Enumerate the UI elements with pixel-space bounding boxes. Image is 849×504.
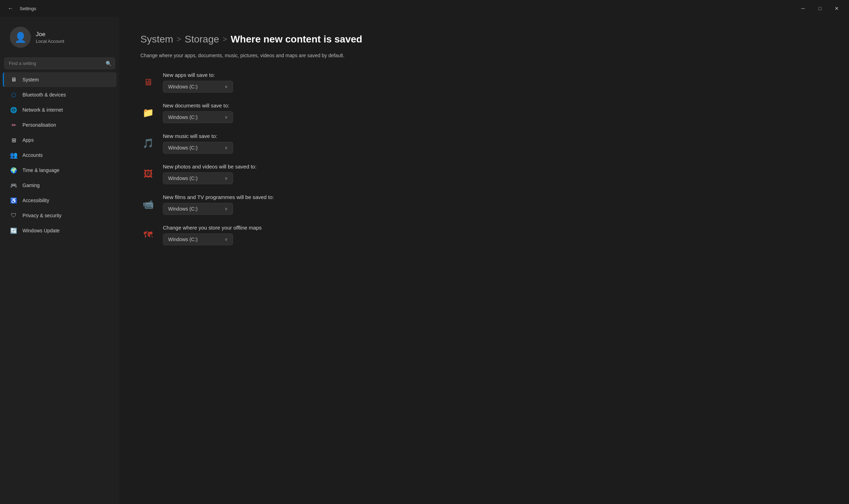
user-name: Joe (36, 31, 64, 38)
save-row-films: 📹 New films and TV programmes will be sa… (140, 194, 428, 215)
apps-row-icon: 🖥 (144, 77, 153, 88)
save-row-apps: 🖥 New apps will save to: Windows (C:) ∨ (140, 72, 428, 93)
maps-drive-value: Windows (C:) (168, 237, 198, 242)
sidebar-nav: 🖥 System ⬡ Bluetooth & devices 🌐 Network… (0, 72, 119, 238)
accessibility-icon: ♿ (10, 197, 18, 204)
music-row-label: New music will save to: (163, 133, 428, 139)
music-row-content: New music will save to: Windows (C:) ∨ (163, 133, 428, 154)
maps-chevron-icon: ∨ (225, 237, 228, 242)
apps-icon: ⊞ (10, 136, 18, 144)
search-input[interactable] (4, 58, 115, 69)
maps-row-label: Change where you store your offline maps (163, 225, 428, 231)
titlebar: ← Settings ─ □ ✕ (0, 0, 849, 17)
music-drive-select[interactable]: Windows (C:) ∨ (163, 142, 233, 154)
close-button[interactable]: ✕ (829, 3, 845, 14)
films-drive-select[interactable]: Windows (C:) ∨ (163, 203, 233, 215)
search-icon: 🔍 (106, 61, 112, 66)
music-row-icon-area: 🎵 (140, 138, 156, 149)
music-drive-value: Windows (C:) (168, 145, 198, 151)
gaming-icon: 🎮 (10, 181, 18, 189)
films-row-icon: 📹 (142, 199, 154, 210)
avatar: 👤 (10, 27, 31, 48)
privacy-icon: 🛡 (10, 212, 18, 219)
photos-drive-value: Windows (C:) (168, 175, 198, 181)
documents-row-label: New documents will save to: (163, 102, 428, 108)
bluetooth-icon: ⬡ (10, 91, 18, 99)
sidebar: 👤 Joe Local Account 🔍 🖥 System ⬡ Bluetoo… (0, 17, 119, 504)
apps-drive-value: Windows (C:) (168, 84, 198, 89)
maximize-button[interactable]: □ (812, 3, 828, 14)
apps-drive-select[interactable]: Windows (C:) ∨ (163, 81, 233, 93)
save-row-documents: 📁 New documents will save to: Windows (C… (140, 102, 428, 123)
sidebar-item-update[interactable]: 🔄 Windows Update (3, 223, 117, 238)
sidebar-label-bluetooth: Bluetooth & devices (22, 92, 66, 98)
sidebar-item-accounts[interactable]: 👥 Accounts (3, 148, 117, 163)
search-box: 🔍 (4, 58, 115, 69)
sidebar-item-system[interactable]: 🖥 System (3, 72, 117, 87)
photos-row-label: New photos and videos will be saved to: (163, 164, 428, 170)
sidebar-item-bluetooth[interactable]: ⬡ Bluetooth & devices (3, 87, 117, 102)
back-button[interactable]: ← (4, 2, 17, 15)
sidebar-item-network[interactable]: 🌐 Network & internet (3, 102, 117, 117)
minimize-button[interactable]: ─ (795, 3, 811, 14)
documents-chevron-icon: ∨ (225, 115, 228, 120)
breadcrumb-system[interactable]: System (140, 34, 173, 45)
save-row-maps: 🗺 Change where you store your offline ma… (140, 225, 428, 245)
sidebar-label-personalisation: Personalisation (22, 122, 56, 128)
sidebar-item-privacy[interactable]: 🛡 Privacy & security (3, 208, 117, 223)
content-section: 🖥 New apps will save to: Windows (C:) ∨ … (140, 72, 428, 245)
breadcrumb: System > Storage > Where new content is … (140, 34, 828, 45)
sidebar-item-time[interactable]: 🌍 Time & language (3, 163, 117, 178)
sidebar-label-update: Windows Update (22, 228, 60, 233)
sidebar-item-accessibility[interactable]: ♿ Accessibility (3, 193, 117, 208)
avatar-icon: 👤 (14, 32, 27, 43)
apps-row-label: New apps will save to: (163, 72, 428, 78)
accounts-icon: 👥 (10, 151, 18, 159)
apps-row-content: New apps will save to: Windows (C:) ∨ (163, 72, 428, 93)
apps-chevron-icon: ∨ (225, 84, 228, 89)
maps-row-icon-area: 🗺 (140, 230, 156, 240)
main-content: System > Storage > Where new content is … (119, 17, 849, 504)
photos-row-icon-area: 🖼 (140, 168, 156, 179)
photos-row-icon: 🖼 (144, 168, 153, 179)
back-icon: ← (8, 5, 13, 12)
sidebar-label-accessibility: Accessibility (22, 198, 49, 203)
photos-chevron-icon: ∨ (225, 176, 228, 181)
sidebar-label-privacy: Privacy & security (22, 213, 61, 218)
apps-row-icon-area: 🖥 (140, 77, 156, 88)
documents-row-icon: 📁 (142, 107, 154, 118)
sidebar-item-personalisation[interactable]: ✏ Personalisation (3, 118, 117, 132)
sidebar-label-system: System (22, 77, 39, 82)
maps-row-icon: 🗺 (144, 230, 153, 240)
time-icon: 🌍 (10, 166, 18, 174)
breadcrumb-sep-1: > (177, 35, 181, 44)
films-chevron-icon: ∨ (225, 206, 228, 211)
system-icon: 🖥 (10, 76, 18, 84)
app-title: Settings (20, 6, 36, 11)
sidebar-label-accounts: Accounts (22, 152, 43, 158)
maps-drive-select[interactable]: Windows (C:) ∨ (163, 233, 233, 245)
documents-row-icon-area: 📁 (140, 107, 156, 118)
window-controls: ─ □ ✕ (795, 3, 845, 14)
page-description: Change where your apps, documents, music… (140, 52, 386, 59)
films-row-label: New films and TV programmes will be save… (163, 194, 428, 200)
user-section[interactable]: 👤 Joe Local Account (3, 21, 117, 55)
photos-drive-select[interactable]: Windows (C:) ∨ (163, 172, 233, 184)
breadcrumb-sep-2: > (223, 35, 227, 44)
user-account-type: Local Account (36, 39, 64, 44)
sidebar-label-gaming: Gaming (22, 183, 40, 188)
maps-row-content: Change where you store your offline maps… (163, 225, 428, 245)
breadcrumb-storage[interactable]: Storage (185, 34, 219, 45)
documents-drive-value: Windows (C:) (168, 114, 198, 120)
music-row-icon: 🎵 (142, 138, 154, 149)
photos-row-content: New photos and videos will be saved to: … (163, 164, 428, 184)
films-drive-value: Windows (C:) (168, 206, 198, 212)
sidebar-item-apps[interactable]: ⊞ Apps (3, 133, 117, 147)
documents-row-content: New documents will save to: Windows (C:)… (163, 102, 428, 123)
personalisation-icon: ✏ (10, 121, 18, 129)
documents-drive-select[interactable]: Windows (C:) ∨ (163, 111, 233, 123)
films-row-icon-area: 📹 (140, 199, 156, 210)
sidebar-item-gaming[interactable]: 🎮 Gaming (3, 178, 117, 193)
network-icon: 🌐 (10, 106, 18, 114)
app-body: 👤 Joe Local Account 🔍 🖥 System ⬡ Bluetoo… (0, 17, 849, 504)
